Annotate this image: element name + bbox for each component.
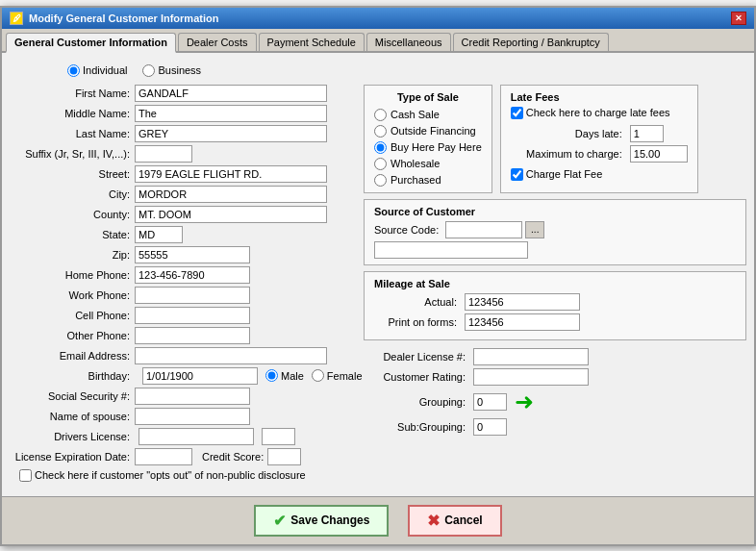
buy-here-pay-here-radio[interactable] (374, 141, 387, 154)
ssn-input[interactable] (135, 388, 250, 405)
birthday-row: Birthday: Male Female (10, 367, 356, 385)
cancel-label: Cancel (444, 513, 482, 527)
city-input[interactable] (135, 186, 327, 203)
business-option[interactable]: Business (142, 64, 201, 77)
right-panel: Type of Sale Cash Sale Outside Financing (364, 85, 746, 485)
drivers-license-input[interactable] (139, 428, 254, 445)
male-radio[interactable] (265, 369, 278, 382)
days-late-input[interactable] (630, 125, 664, 142)
max-charge-input[interactable] (630, 145, 688, 163)
other-phone-row: Other Phone: (10, 327, 356, 344)
customer-rating-label: Customer Rating: (364, 371, 469, 383)
zip-input[interactable] (135, 246, 250, 263)
email-row: Email Address: (10, 347, 356, 364)
spouse-row: Name of spouse: (10, 408, 356, 425)
type-of-sale-box: Type of Sale Cash Sale Outside Financing (364, 85, 492, 193)
sub-grouping-input[interactable] (473, 418, 507, 436)
mileage-title: Mileage at Sale (374, 278, 736, 289)
cancel-button[interactable]: ✖ Cancel (408, 505, 501, 537)
spouse-input[interactable] (135, 408, 250, 425)
tab-misc[interactable]: Miscellaneous (366, 33, 451, 51)
cash-sale-radio[interactable] (374, 109, 387, 121)
purchased-radio[interactable] (374, 174, 387, 187)
work-phone-input[interactable] (135, 287, 250, 304)
wholesale-label: Wholesale (391, 158, 440, 169)
business-radio[interactable] (142, 64, 155, 77)
middle-name-row: Middle Name: (10, 105, 356, 122)
individual-label: Individual (83, 64, 127, 76)
female-radio[interactable] (312, 369, 324, 382)
source-code-input[interactable] (445, 221, 522, 238)
opt-out-option[interactable]: Check here if customer "opts out" of non… (19, 469, 306, 482)
individual-radio[interactable] (67, 64, 80, 77)
county-row: County: (10, 206, 356, 223)
close-button[interactable]: ✕ (731, 12, 746, 25)
footer-bar: ✔ Save Changes ✖ Cancel (2, 496, 754, 544)
wholesale-radio[interactable] (374, 158, 387, 170)
last-name-row: Last Name: (10, 125, 356, 142)
outside-financing-option[interactable]: Outside Financing (374, 125, 482, 138)
save-button[interactable]: ✔ Save Changes (254, 505, 389, 537)
business-label: Business (158, 64, 201, 76)
last-name-input[interactable] (135, 125, 327, 142)
male-option[interactable]: Male (265, 369, 304, 382)
days-late-label: Days late: (511, 128, 626, 139)
sub-grouping-label: Sub:Grouping: (364, 421, 469, 433)
middle-name-input[interactable] (135, 105, 327, 122)
opt-out-checkbox[interactable] (19, 469, 32, 482)
male-label: Male (281, 370, 304, 382)
credit-score-input[interactable] (267, 448, 301, 465)
tab-payment[interactable]: Payment Schedule (259, 33, 365, 51)
source-desc-input[interactable] (374, 241, 528, 259)
purchased-option[interactable]: Purchased (374, 174, 482, 187)
tab-dealer[interactable]: Dealer Costs (178, 33, 257, 51)
work-phone-row: Work Phone: (10, 287, 356, 304)
outside-financing-radio[interactable] (374, 125, 387, 138)
dealer-license-label: Dealer License #: (364, 351, 469, 363)
window-title: Modify General Customer Information (29, 13, 218, 24)
cash-sale-option[interactable]: Cash Sale (374, 109, 482, 121)
state-row: State: (10, 226, 356, 243)
email-input[interactable] (135, 347, 327, 364)
source-code-browse-button[interactable]: ... (525, 221, 544, 238)
city-row: City: (10, 186, 356, 203)
female-option[interactable]: Female (312, 369, 363, 382)
individual-option[interactable]: Individual (67, 64, 127, 77)
grouping-input[interactable] (473, 393, 507, 411)
tab-general[interactable]: General Customer Information (6, 33, 176, 53)
birthday-input[interactable] (142, 367, 258, 385)
dealer-license-input[interactable] (473, 348, 589, 365)
state-input[interactable] (135, 226, 183, 243)
middle-name-label: Middle Name: (10, 108, 135, 119)
drivers-license-extra[interactable] (262, 428, 295, 445)
print-mileage-row: Print on forms: (374, 313, 736, 331)
first-name-input[interactable] (135, 85, 327, 102)
actual-mileage-row: Actual: (374, 293, 736, 311)
license-exp-input[interactable] (135, 448, 192, 465)
buy-here-pay-here-option[interactable]: Buy Here Pay Here (374, 141, 482, 154)
left-panel: First Name: Middle Name: Last Name: Suff… (10, 85, 356, 485)
street-input[interactable] (135, 165, 327, 183)
late-fees-check-row[interactable]: Check here to charge late fees (511, 107, 688, 119)
county-input[interactable] (135, 206, 327, 223)
customer-rating-input[interactable] (473, 368, 589, 386)
street-label: Street: (10, 168, 135, 180)
suffix-input[interactable] (135, 145, 192, 163)
tab-credit[interactable]: Credit Reporting / Bankruptcy (453, 33, 609, 51)
first-name-row: First Name: (10, 85, 356, 102)
cell-phone-input[interactable] (135, 307, 250, 324)
flat-fee-row[interactable]: Charge Flat Fee (511, 168, 688, 181)
other-phone-input[interactable] (135, 327, 250, 344)
city-label: City: (10, 188, 135, 200)
home-phone-input[interactable] (135, 266, 250, 284)
grouping-arrow-icon: ➜ (515, 388, 534, 415)
credit-score-label: Credit Score: (202, 451, 264, 463)
wholesale-option[interactable]: Wholesale (374, 158, 482, 170)
actual-mileage-input[interactable] (465, 293, 580, 311)
tab-content: Individual Business First Name: Middle N… (2, 53, 754, 492)
print-mileage-input[interactable] (465, 313, 580, 331)
work-phone-label: Work Phone: (10, 289, 135, 301)
main-window: 🖊 Modify General Customer Information ✕ … (0, 6, 756, 546)
late-fees-checkbox[interactable] (511, 107, 523, 119)
flat-fee-checkbox[interactable] (511, 168, 523, 181)
